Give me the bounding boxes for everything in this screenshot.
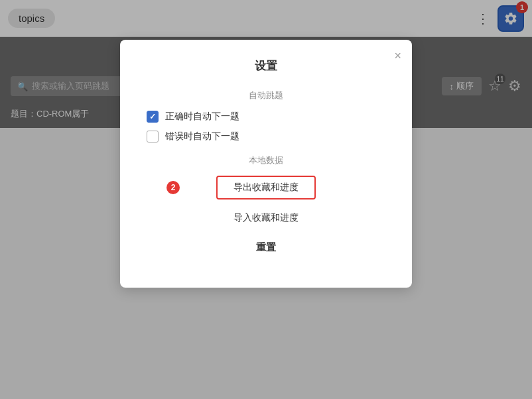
modal-title: 设置 [147, 58, 385, 74]
modal-overlay: 设置 × 自动跳题 正确时自动下一题 错误时自动下一题 本地数据 2 导出收藏和… [0, 0, 532, 399]
checkbox-correct-auto-next[interactable] [147, 111, 159, 123]
settings-modal: 设置 × 自动跳题 正确时自动下一题 错误时自动下一题 本地数据 2 导出收藏和… [120, 40, 412, 288]
import-button[interactable]: 导入收藏和进度 [220, 207, 312, 229]
checkbox-error-label: 错误时自动下一题 [165, 131, 239, 142]
export-action-row: 2 导出收藏和进度 [147, 176, 385, 200]
reset-action-row: 重置 [147, 237, 385, 258]
modal-close-button[interactable]: × [394, 49, 401, 63]
checkbox-row-2: 错误时自动下一题 [147, 131, 385, 142]
auto-jump-section-label: 自动跳题 [147, 89, 385, 101]
import-action-row: 导入收藏和进度 [147, 207, 385, 229]
local-data-section-label: 本地数据 [147, 154, 385, 166]
checkbox-correct-label: 正确时自动下一题 [165, 111, 239, 123]
checkbox-row-1: 正确时自动下一题 [147, 111, 385, 123]
export-button[interactable]: 导出收藏和进度 [216, 176, 316, 200]
reset-button[interactable]: 重置 [243, 237, 289, 258]
local-data-section: 本地数据 [147, 154, 385, 166]
checkbox-error-auto-next[interactable] [147, 131, 159, 142]
export-badge: 2 [166, 181, 180, 194]
